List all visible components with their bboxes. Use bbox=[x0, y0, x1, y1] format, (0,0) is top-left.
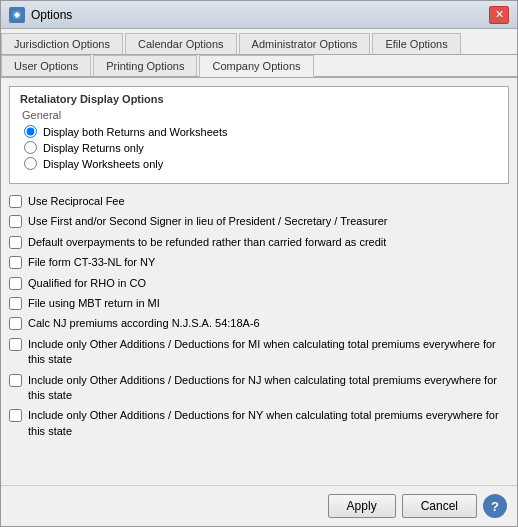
tab-jurisdiction[interactable]: Jurisdiction Options bbox=[1, 33, 123, 54]
tab-company[interactable]: Company Options bbox=[199, 55, 313, 77]
tab-efile[interactable]: Efile Options bbox=[372, 33, 460, 54]
checkbox-reciprocal-label: Use Reciprocal Fee bbox=[28, 194, 125, 209]
checkbox-ct33nl[interactable]: File form CT-33-NL for NY bbox=[9, 255, 509, 270]
radio-returns-label: Display Returns only bbox=[43, 142, 144, 154]
checkbox-nj-premiums-label: Calc NJ premiums according N.J.S.A. 54:1… bbox=[28, 316, 260, 331]
checkbox-signer[interactable]: Use First and/or Second Signer in lieu o… bbox=[9, 214, 509, 229]
tab-administrator[interactable]: Administrator Options bbox=[239, 33, 371, 54]
checkbox-ct33nl-label: File form CT-33-NL for NY bbox=[28, 255, 155, 270]
checkbox-nj-additions[interactable]: Include only Other Additions / Deduction… bbox=[9, 373, 509, 404]
checkbox-ny-additions[interactable]: Include only Other Additions / Deduction… bbox=[9, 408, 509, 439]
checkbox-mi-additions[interactable]: Include only Other Additions / Deduction… bbox=[9, 337, 509, 368]
checkbox-mi-additions-label: Include only Other Additions / Deduction… bbox=[28, 337, 509, 368]
cancel-button[interactable]: Cancel bbox=[402, 494, 477, 518]
retaliatory-subtitle: General bbox=[22, 109, 498, 121]
checkbox-rho[interactable]: Qualified for RHO in CO bbox=[9, 276, 509, 291]
window-icon bbox=[9, 7, 25, 23]
content-area: Retaliatory Display Options General Disp… bbox=[1, 78, 517, 485]
retaliatory-group: Retaliatory Display Options General Disp… bbox=[9, 86, 509, 184]
checkbox-mbt-label: File using MBT return in MI bbox=[28, 296, 160, 311]
title-bar: Options ✕ bbox=[1, 1, 517, 29]
checkbox-ny-additions-label: Include only Other Additions / Deduction… bbox=[28, 408, 509, 439]
checkbox-rho-label: Qualified for RHO in CO bbox=[28, 276, 146, 291]
tab-user[interactable]: User Options bbox=[1, 55, 91, 76]
checkbox-nj-premiums[interactable]: Calc NJ premiums according N.J.S.A. 54:1… bbox=[9, 316, 509, 331]
options-window: Options ✕ Jurisdiction Options Calendar … bbox=[0, 0, 518, 527]
checkbox-overpayments[interactable]: Default overpayments to be refunded rath… bbox=[9, 235, 509, 250]
help-button[interactable]: ? bbox=[483, 494, 507, 518]
checkbox-overpayments-label: Default overpayments to be refunded rath… bbox=[28, 235, 386, 250]
radio-worksheets-label: Display Worksheets only bbox=[43, 158, 163, 170]
close-button[interactable]: ✕ bbox=[489, 6, 509, 24]
tabs-row1: Jurisdiction Options Calendar Options Ad… bbox=[1, 29, 517, 55]
checkbox-reciprocal[interactable]: Use Reciprocal Fee bbox=[9, 194, 509, 209]
tab-printing[interactable]: Printing Options bbox=[93, 55, 197, 76]
tab-calendar[interactable]: Calendar Options bbox=[125, 33, 237, 54]
window-title: Options bbox=[31, 8, 489, 22]
radio-worksheets[interactable]: Display Worksheets only bbox=[24, 157, 498, 170]
radio-returns[interactable]: Display Returns only bbox=[24, 141, 498, 154]
footer: Apply Cancel ? bbox=[1, 485, 517, 526]
retaliatory-title: Retaliatory Display Options bbox=[20, 93, 498, 105]
checkbox-nj-additions-label: Include only Other Additions / Deduction… bbox=[28, 373, 509, 404]
checkbox-signer-label: Use First and/or Second Signer in lieu o… bbox=[28, 214, 388, 229]
apply-button[interactable]: Apply bbox=[328, 494, 396, 518]
checkbox-mbt[interactable]: File using MBT return in MI bbox=[9, 296, 509, 311]
tabs-row2: User Options Printing Options Company Op… bbox=[1, 55, 517, 78]
radio-both[interactable]: Display both Returns and Worksheets bbox=[24, 125, 498, 138]
radio-both-label: Display both Returns and Worksheets bbox=[43, 126, 227, 138]
